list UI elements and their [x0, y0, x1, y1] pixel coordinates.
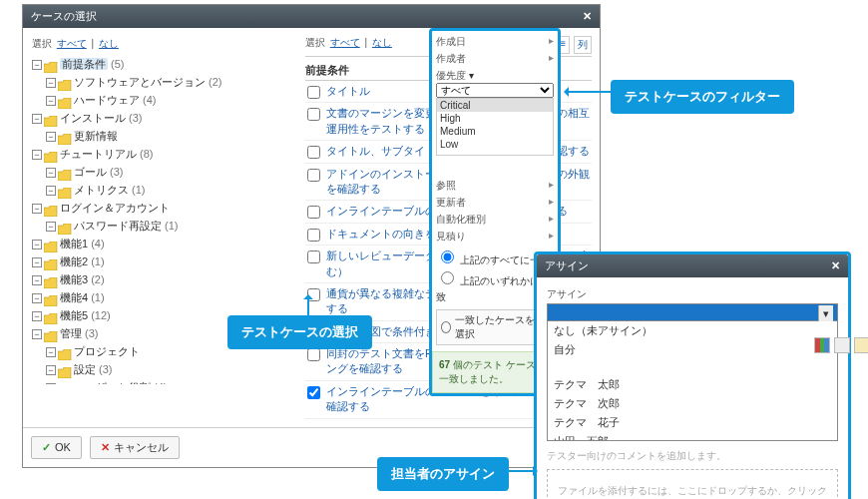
case-checkbox[interactable] — [307, 206, 320, 219]
toggle-icon[interactable]: − — [46, 96, 56, 106]
toggle-icon[interactable]: − — [46, 383, 56, 385]
tree-select-bar: 選択 すべて | なし — [32, 37, 294, 51]
priority-option[interactable]: Medium — [437, 125, 553, 138]
layout-icon-1[interactable] — [814, 337, 830, 353]
assign-option[interactable]: 自分 — [548, 340, 837, 359]
assign-dropzone[interactable]: ファイルを添付するには、ここにドロップするか、クリックして参照します。 — [547, 469, 838, 499]
assign-option[interactable]: テクマ 太郎 — [548, 375, 837, 394]
priority-option[interactable]: Critical — [437, 99, 553, 112]
filter-priority-list[interactable]: CriticalHighMediumLow — [436, 98, 554, 156]
cancel-button[interactable]: キャンセル — [90, 436, 180, 459]
toggle-icon[interactable]: − — [46, 347, 56, 357]
folder-icon — [44, 329, 58, 340]
case-checkbox[interactable] — [307, 386, 320, 399]
view-columns-icon[interactable]: 列 — [574, 36, 592, 54]
case-select-none[interactable]: なし — [372, 37, 392, 48]
toggle-icon[interactable]: − — [32, 311, 42, 321]
ok-button[interactable]: OK — [31, 436, 82, 459]
case-check-all[interactable] — [307, 86, 320, 99]
callout-assign: 担当者のアサイン — [377, 457, 509, 491]
tree-node[interactable]: −パスワード再設定 (1) — [46, 217, 294, 235]
filter-priority-label: 優先度 — [436, 70, 466, 81]
toggle-icon[interactable]: − — [32, 114, 42, 124]
folder-icon — [44, 60, 58, 71]
filter-upd[interactable]: 更新者 — [436, 197, 466, 208]
folder-icon — [44, 275, 58, 286]
assign-hint: テスター向けのコメントを追加します。 — [547, 449, 838, 463]
folder-icon — [44, 150, 58, 161]
tree-node[interactable]: −機能1 (4) — [32, 235, 294, 252]
folder-icon — [58, 222, 72, 233]
assign-titlebar[interactable]: アサイン ✕ — [537, 254, 848, 277]
priority-option[interactable]: Low — [437, 138, 553, 151]
tree-select-all[interactable]: すべて — [57, 38, 87, 49]
folder-icon — [58, 168, 72, 179]
case-select-all[interactable]: すべて — [330, 37, 360, 48]
tree-node[interactable]: −ゴール (3) — [46, 163, 294, 181]
assign-option[interactable] — [548, 359, 837, 375]
tree-node[interactable]: −機能4 (1) — [32, 288, 294, 306]
toggle-icon[interactable]: − — [32, 257, 42, 267]
priority-option[interactable]: High — [437, 112, 553, 125]
folder-icon — [44, 311, 58, 322]
filter-auto[interactable]: 自動化種別 — [436, 214, 486, 225]
dialog-titlebar[interactable]: ケースの選択 ✕ — [23, 5, 600, 28]
assign-close-icon[interactable]: ✕ — [831, 259, 840, 272]
tree-node[interactable]: −機能3 (2) — [32, 270, 294, 288]
tree-node[interactable]: −メトリクス (1) — [46, 181, 294, 199]
layout-icon-2[interactable] — [834, 337, 850, 353]
case-checkbox[interactable] — [307, 229, 320, 242]
toggle-icon[interactable]: − — [32, 275, 42, 285]
case-checkbox[interactable] — [307, 250, 320, 263]
assign-option[interactable]: テクマ 次郎 — [548, 394, 837, 413]
toggle-icon[interactable]: − — [32, 150, 42, 160]
case-select-bar: 選択 すべて | なし — [305, 36, 394, 50]
assign-option[interactable]: テクマ 花子 — [548, 413, 837, 432]
case-checkbox[interactable] — [307, 146, 320, 159]
folder-icon — [58, 365, 72, 376]
filter-creator[interactable]: 作成者 — [436, 53, 466, 64]
tree-node[interactable]: −前提条件 (5)−ソフトウェアとバージョン (2)−ハードウェア (4) — [32, 55, 294, 109]
tree-node[interactable]: −チュートリアル (8)−ゴール (3)−メトリクス (1) — [32, 145, 294, 199]
tree-select-none[interactable]: なし — [99, 38, 119, 49]
toggle-icon[interactable]: − — [46, 132, 56, 142]
callout-select: テストケースの選択 — [227, 315, 372, 349]
toggle-icon[interactable]: − — [32, 293, 42, 303]
toggle-icon[interactable]: − — [46, 78, 56, 88]
tree-node[interactable]: −ソフトウェアとバージョン (2) — [46, 73, 294, 91]
filter-created[interactable]: 作成日 — [436, 36, 466, 47]
filter-priority-all[interactable]: すべて — [436, 83, 554, 98]
toggle-icon[interactable]: − — [46, 168, 56, 178]
folder-icon — [58, 383, 72, 385]
toggle-icon[interactable]: − — [32, 60, 42, 70]
filter-ref[interactable]: 参照 — [436, 180, 456, 191]
tree-node[interactable]: −更新情報 — [46, 127, 294, 145]
folder-icon — [58, 96, 72, 107]
tree-node[interactable]: −ユーザーと役割 (4)−パーミッション (5)−グループ (4) — [46, 378, 294, 385]
assign-select[interactable]: なし（未アサイン）自分 テクマ 太郎テクマ 次郎テクマ 花子山田 五郎鈴木 一郎 — [547, 303, 838, 441]
close-icon[interactable]: ✕ — [583, 10, 592, 23]
case-checkbox[interactable] — [307, 348, 320, 361]
toggle-icon[interactable]: − — [32, 204, 42, 214]
filter-est[interactable]: 見積り — [436, 231, 466, 242]
toggle-icon[interactable]: − — [32, 240, 42, 250]
tree-node[interactable]: −インストール (3)−更新情報 — [32, 109, 294, 145]
toggle-icon[interactable]: − — [32, 329, 42, 339]
tree-node[interactable]: −ログイン＆アカウント−パスワード再設定 (1) — [32, 199, 294, 235]
folder-icon — [58, 186, 72, 197]
toggle-icon[interactable]: − — [46, 186, 56, 196]
case-checkbox[interactable] — [307, 169, 320, 182]
toggle-icon[interactable]: − — [46, 222, 56, 232]
layout-icon-3[interactable] — [854, 337, 868, 353]
tree-node[interactable]: −機能2 (1) — [32, 252, 294, 270]
tree-node[interactable]: −ハードウェア (4) — [46, 91, 294, 109]
view-toggle: ≡ 列 — [556, 36, 592, 54]
folder-icon — [44, 204, 58, 215]
toggle-icon[interactable]: − — [46, 365, 56, 375]
tree-node[interactable]: −設定 (3) — [46, 360, 294, 378]
assign-option[interactable]: なし（未アサイン） — [548, 321, 837, 340]
dialog-title: ケースの選択 — [31, 9, 97, 24]
assign-option[interactable]: 山田 五郎 — [548, 432, 837, 441]
folder-icon — [58, 132, 72, 143]
case-checkbox[interactable] — [307, 108, 320, 121]
